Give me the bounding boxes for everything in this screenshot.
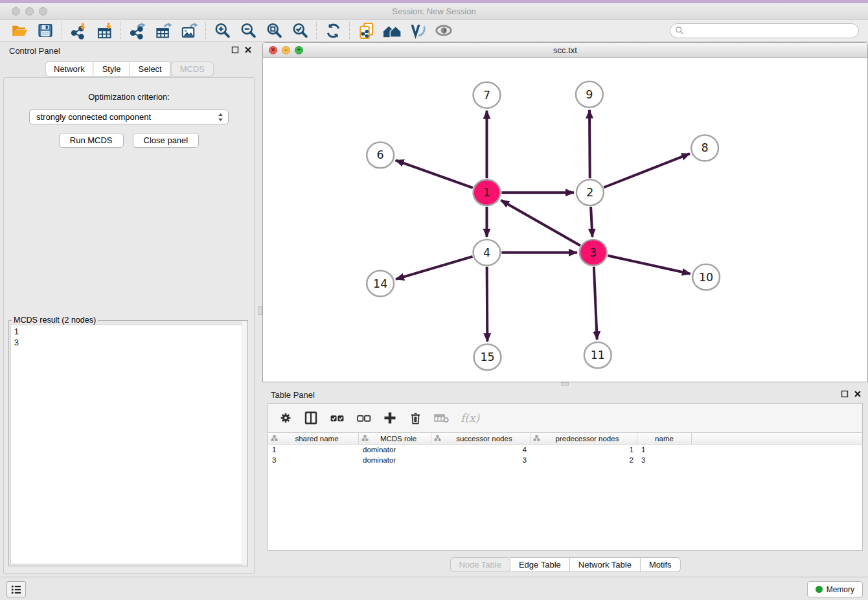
toolbar-separator xyxy=(316,22,317,39)
function-builder-button[interactable]: f(x) xyxy=(461,411,479,424)
network-canvas[interactable]: 7968124314101511 xyxy=(263,58,867,382)
column-header-mcds-role[interactable]: MCDS role xyxy=(359,433,431,444)
mcds-result-title: MCDS result (2 nodes) xyxy=(12,316,98,325)
tab-style[interactable]: Style xyxy=(94,62,130,76)
graph-node-label-7: 7 xyxy=(483,89,490,102)
hide-labels-button[interactable] xyxy=(405,21,431,40)
duplicate-network-button[interactable] xyxy=(353,21,379,40)
column-header-shared-name[interactable]: shared name xyxy=(268,433,359,444)
add-column-button[interactable] xyxy=(382,410,398,426)
zoom-in-button[interactable] xyxy=(209,21,235,40)
export-table-button[interactable] xyxy=(150,21,176,40)
network-graph[interactable]: 7968124314101511 xyxy=(263,58,867,382)
zoom-fit-button[interactable] xyxy=(261,21,287,40)
cell-shared-name[interactable]: 3 xyxy=(268,456,359,464)
export-image-button[interactable] xyxy=(176,21,202,40)
export-network-button[interactable] xyxy=(124,21,150,40)
graph-node-label-6: 6 xyxy=(377,148,384,161)
column-header-predecessor-nodes[interactable]: predecessor nodes xyxy=(531,433,637,444)
result-scrollbar[interactable] xyxy=(242,321,247,566)
tab-motifs[interactable]: Motifs xyxy=(641,557,681,572)
network-window-title: scc.txt xyxy=(263,45,867,55)
graph-edge-4-14[interactable] xyxy=(396,257,472,279)
graph-node-label-4: 4 xyxy=(483,246,490,259)
close-panel-button[interactable]: Close panel xyxy=(133,133,200,148)
graph-node-label-2: 2 xyxy=(586,186,593,199)
hierarchy-icon xyxy=(434,435,441,442)
table-row[interactable]: 1 dominator 4 1 1 xyxy=(268,444,862,455)
import-network-button[interactable] xyxy=(65,21,91,40)
task-list-icon xyxy=(10,584,22,595)
delete-column-button[interactable] xyxy=(408,411,423,426)
close-panel-icon[interactable] xyxy=(244,46,252,54)
delete-table-icon xyxy=(433,410,450,426)
graph-edge-2-8[interactable] xyxy=(604,154,690,187)
cell-mcds-role[interactable]: dominator xyxy=(359,446,431,454)
run-mcds-button[interactable]: Run MCDS xyxy=(59,133,124,148)
cell-name[interactable]: 1 xyxy=(637,446,692,454)
graph-edge-1-6[interactable] xyxy=(396,160,473,188)
cell-predecessor-nodes[interactable]: 1 xyxy=(531,446,637,454)
main-toolbar xyxy=(0,20,868,41)
cell-predecessor-nodes[interactable]: 2 xyxy=(531,456,637,464)
mcds-result-text[interactable]: 13 xyxy=(10,325,246,564)
memory-status-icon xyxy=(816,586,823,593)
graph-edge-2-3[interactable] xyxy=(591,207,592,237)
graph-edge-4-15[interactable] xyxy=(487,267,488,342)
tab-select[interactable]: Select xyxy=(130,62,171,76)
network-window-titlebar: ✕ − + scc.txt xyxy=(263,43,867,58)
graph-edge-3-1[interactable] xyxy=(501,200,580,246)
tab-node-table[interactable]: Node Table xyxy=(450,557,510,572)
eye-icon xyxy=(434,21,453,40)
close-panel-icon[interactable] xyxy=(854,390,862,398)
graph-edge-3-11[interactable] xyxy=(594,267,597,340)
network-maximize-button[interactable]: + xyxy=(295,46,303,54)
tab-network[interactable]: Network xyxy=(45,62,94,76)
import-table-button[interactable] xyxy=(91,21,117,40)
column-header-successor-nodes[interactable]: successor nodes xyxy=(431,433,531,444)
task-history-button[interactable] xyxy=(6,581,26,597)
search-icon xyxy=(675,26,684,35)
homes-button[interactable] xyxy=(379,21,405,40)
float-panel-icon[interactable] xyxy=(841,390,849,398)
cell-name[interactable]: 3 xyxy=(637,456,692,464)
delete-table-button[interactable] xyxy=(433,410,450,426)
right-column: ✕ − + scc.txt 7968124314101511 Table Pan… xyxy=(262,41,868,577)
criterion-select[interactable]: strongly connected component xyxy=(29,110,229,124)
column-header-name[interactable]: name xyxy=(637,433,692,444)
zoom-out-button[interactable] xyxy=(235,21,261,40)
tab-edge-table[interactable]: Edge Table xyxy=(510,557,570,572)
search-input[interactable] xyxy=(670,23,859,38)
open-session-button[interactable] xyxy=(6,21,32,40)
control-panel: Control Panel Network Style Select MCDS … xyxy=(0,41,258,577)
app-window: Session: New Session xyxy=(0,0,868,600)
control-panel-title: Control Panel xyxy=(9,46,60,56)
status-bar: Memory xyxy=(0,577,868,600)
memory-button[interactable]: Memory xyxy=(807,581,863,597)
homes-icon xyxy=(382,21,402,41)
cell-successor-nodes[interactable]: 3 xyxy=(431,456,531,464)
graph-edge-3-10[interactable] xyxy=(608,255,691,273)
float-panel-icon[interactable] xyxy=(231,46,239,54)
table-row[interactable]: 3 dominator 3 2 3 xyxy=(268,455,862,465)
network-window: ✕ − + scc.txt 7968124314101511 xyxy=(262,42,868,382)
table-settings-button[interactable] xyxy=(279,411,293,425)
zoom-selected-button[interactable] xyxy=(287,21,313,40)
network-minimize-button[interactable]: − xyxy=(282,46,290,54)
refresh-button[interactable] xyxy=(320,21,346,40)
tab-mcds[interactable]: MCDS xyxy=(171,62,214,76)
select-all-button[interactable] xyxy=(329,410,345,426)
mcds-panel: Optimization criterion: strongly connect… xyxy=(3,77,255,574)
tab-network-table[interactable]: Network Table xyxy=(570,557,641,572)
network-close-button[interactable]: ✕ xyxy=(269,46,277,54)
eye-button[interactable] xyxy=(431,21,457,40)
deselect-all-button[interactable] xyxy=(356,410,372,426)
graph-edge-2-9[interactable] xyxy=(589,110,590,179)
window-title: Session: New Session xyxy=(0,6,868,16)
cell-shared-name[interactable]: 1 xyxy=(268,446,359,454)
save-session-button[interactable] xyxy=(32,21,58,40)
cell-mcds-role[interactable]: dominator xyxy=(359,456,431,464)
export-table-icon xyxy=(155,22,172,40)
cell-successor-nodes[interactable]: 4 xyxy=(431,446,531,454)
show-columns-button[interactable] xyxy=(303,410,319,426)
